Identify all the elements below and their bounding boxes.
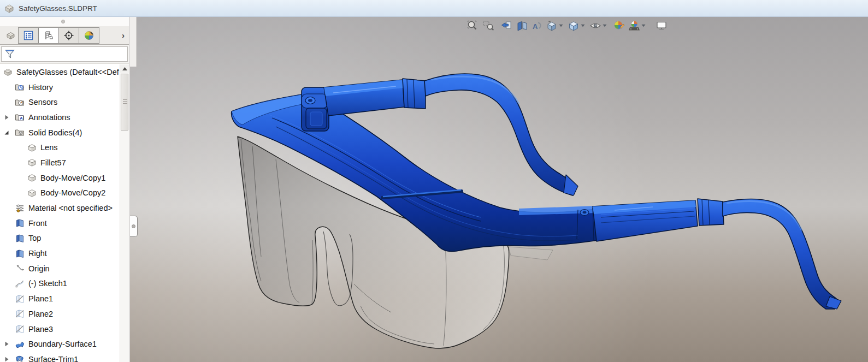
tree-item-label: Annotations [28, 113, 70, 122]
tree-item[interactable]: Material <not specified> [0, 200, 129, 216]
tree-item[interactable]: Surface-Trim1 [0, 352, 129, 362]
annotation-views-icon: A [531, 20, 543, 32]
panel-overflow-chevron-icon[interactable]: › [122, 31, 125, 40]
boundary-surface-icon [15, 339, 25, 349]
expander-spacer [3, 264, 15, 274]
monitor-icon [656, 20, 668, 32]
tree-item[interactable]: Plane3 [0, 322, 129, 337]
tree-item[interactable]: Fillet57 [0, 155, 129, 170]
tree-item[interactable]: AAnnotations [0, 110, 129, 125]
tree-item-label: (-) Sketch1 [28, 279, 67, 288]
view-orientation-button[interactable] [545, 19, 558, 32]
tree-item[interactable]: Sensors [0, 94, 129, 110]
tree-item[interactable]: Boundary-Surface1 [0, 336, 129, 352]
tree-list-icon [23, 30, 34, 41]
expander-spacer [3, 203, 15, 213]
viewport-3d[interactable] [130, 17, 868, 362]
panel-gutter [130, 17, 137, 67]
ref-plane-icon [15, 324, 25, 334]
apply-scene-button[interactable] [628, 19, 641, 32]
dimxpert-target-icon [63, 30, 74, 41]
tree-item[interactable]: Right [0, 246, 129, 261]
featuremanager-tab[interactable] [18, 27, 39, 44]
tree-item[interactable]: Front [0, 216, 129, 231]
tree-item-label: Origin [28, 264, 50, 273]
expander-spacer [3, 233, 15, 243]
solid-body-icon [27, 188, 37, 198]
expander-collapsed-icon[interactable] [3, 339, 15, 349]
ref-plane-icon [15, 308, 25, 319]
previous-view-icon [500, 20, 512, 32]
tree-scrollbar[interactable] [120, 64, 129, 362]
display-style-button[interactable] [567, 19, 580, 32]
tree-item[interactable]: Solid Bodies(4) [0, 125, 129, 140]
expander-spacer [15, 143, 27, 152]
surface-trim-icon [15, 354, 25, 362]
display-style-dropdown-arrow-icon[interactable] [580, 19, 585, 32]
title-bar: SafetyGlasses.SLDPRT [0, 0, 868, 17]
expander-collapsed-icon[interactable] [3, 112, 15, 122]
section-view-button[interactable] [516, 19, 529, 32]
origin-icon [15, 263, 25, 274]
expander-spacer [3, 82, 15, 92]
solid-body-icon [27, 173, 37, 183]
sketch-icon [15, 278, 25, 289]
configurationmanager-tab[interactable] [38, 27, 59, 44]
plane-icon [15, 218, 25, 228]
graphics-area[interactable]: A [130, 17, 868, 362]
scrollbar-grip-icon [123, 99, 127, 105]
scrollbar-thumb[interactable] [121, 74, 128, 130]
previous-view-button[interactable] [500, 19, 513, 32]
tree-item-label: Top [28, 234, 41, 242]
tree-item-label: Front [28, 219, 47, 228]
tree-item[interactable]: (-) Sketch1 [0, 276, 129, 292]
tree-item[interactable]: History [0, 80, 129, 95]
tree-item[interactable]: Origin [0, 261, 129, 276]
tree-item-label: Body-Move/Copy1 [40, 174, 105, 182]
expander-spacer [3, 248, 15, 258]
tree-item[interactable]: Lens [0, 140, 129, 155]
tree-item-label: Plane3 [28, 325, 53, 334]
window-title: SafetyGlasses.SLDPRT [19, 4, 97, 13]
tree-item[interactable]: Body-Move/Copy2 [0, 186, 129, 201]
zoom-to-area-button[interactable] [482, 19, 495, 32]
tree-item[interactable]: Body-Move/Copy1 [0, 170, 129, 186]
solid-body-icon [27, 143, 37, 153]
expander-expanded-icon[interactable] [3, 128, 15, 138]
panel-splitter-handle[interactable] [130, 216, 138, 237]
tree-item[interactable]: Plane2 [0, 306, 129, 322]
heads-up-view-toolbar: A [464, 19, 668, 33]
view-settings-button[interactable] [655, 19, 668, 32]
tree-item[interactable]: SafetyGlasses (Default<<Def [0, 64, 129, 80]
dynamic-annotation-views-button[interactable]: A [530, 19, 544, 32]
hinge-slot [310, 112, 322, 126]
displaymanager-tab[interactable] [79, 27, 99, 44]
tree-item[interactable]: Top [0, 231, 129, 246]
tree-item-label: SafetyGlasses (Default<<Def [16, 68, 119, 76]
hide-show-items-dropdown-arrow-icon[interactable] [602, 19, 607, 32]
expander-spacer [3, 218, 15, 228]
panel-splitter[interactable] [0, 17, 129, 26]
edit-appearance-button[interactable] [613, 19, 626, 32]
display-sphere-icon [84, 30, 95, 41]
tree-filter-input[interactable] [1, 46, 128, 62]
scene-icon [628, 20, 640, 32]
tree-item-label: Sensors [28, 98, 57, 106]
filter-funnel-icon [4, 49, 15, 60]
tree-item-label: Surface-Trim1 [28, 355, 78, 362]
panel-part-icon [2, 28, 19, 43]
svg-text:A: A [533, 22, 538, 31]
view-orientation-dropdown-arrow-icon[interactable] [558, 19, 563, 32]
tree-item-label: Right [28, 249, 47, 258]
view-cube-icon [546, 20, 558, 32]
scrollbar-up-button[interactable] [120, 64, 129, 73]
solid-bodies-folder-icon [15, 127, 25, 138]
apply-scene-dropdown-arrow-icon[interactable] [641, 19, 646, 32]
splitter-grip-icon [61, 20, 65, 23]
dimxpertmanager-tab[interactable] [58, 27, 79, 44]
tree-item-label: Solid Bodies(4) [28, 128, 82, 137]
zoom-to-fit-button[interactable] [466, 19, 479, 32]
expander-collapsed-icon[interactable] [3, 354, 15, 362]
tree-item[interactable]: Plane1 [0, 291, 129, 306]
hide-show-items-button[interactable] [589, 19, 602, 32]
